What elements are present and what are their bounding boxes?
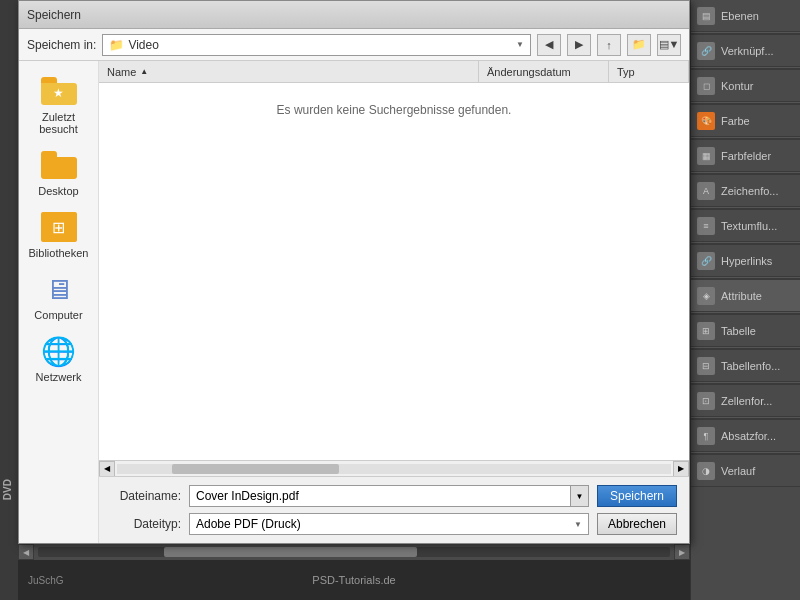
col-name-header[interactable]: Name ▲ — [99, 61, 479, 82]
sidebar-item-zuletzt[interactable]: ★ Zuletzt besucht — [24, 69, 94, 139]
save-dialog: Speichern Speichem in: 📁 Video ▼ ◀ ▶ ↑ 📁… — [18, 0, 690, 544]
link-icon: 🔗 — [697, 42, 715, 60]
hyperlinks-icon: 🔗 — [697, 252, 715, 270]
watermark-text: PSD-Tutorials.de — [312, 574, 395, 586]
panel-item-kontur[interactable]: ◻ Kontur — [691, 70, 800, 102]
save-button[interactable]: Speichern — [597, 485, 677, 507]
left-strip: DVD — [0, 0, 18, 600]
filename-input[interactable]: Cover InDesign.pdf — [189, 485, 571, 507]
panel-item-verknuepf[interactable]: 🔗 Verknüpf... — [691, 35, 800, 67]
file-header: Name ▲ Änderungsdatum Typ — [99, 61, 689, 83]
filetype-dropdown-wrapper: Adobe PDF (Druck) ▼ — [189, 513, 589, 535]
bibliotheken-icon: ⊞ — [39, 209, 79, 245]
panel-item-farbe[interactable]: 🎨 Farbe — [691, 105, 800, 137]
paragraph-icon: ¶ — [697, 427, 715, 445]
new-folder-btn[interactable]: 📁 — [627, 34, 651, 56]
hscroll-track[interactable] — [117, 464, 671, 474]
filetype-label: Dateityp: — [111, 517, 181, 531]
col-type-header[interactable]: Typ — [609, 61, 689, 82]
empty-message: Es wurden keine Suchergebnisse gefunden. — [277, 103, 512, 117]
computer-icon: 🖥 — [39, 271, 79, 307]
right-panel: ▤ Ebenen 🔗 Verknüpf... ◻ Kontur 🎨 Farbe … — [690, 0, 800, 600]
sort-arrow-name: ▲ — [140, 67, 148, 76]
textflow-icon: ≡ — [697, 217, 715, 235]
dialog-overlay: Speichern Speichem in: 📁 Video ▼ ◀ ▶ ↑ 📁… — [18, 0, 690, 560]
tableformat-icon: ⊟ — [697, 357, 715, 375]
sidebar-item-desktop[interactable]: Desktop — [24, 143, 94, 201]
forward-btn[interactable]: ▶ — [567, 34, 591, 56]
up-btn[interactable]: ↑ — [597, 34, 621, 56]
file-hscroll: ◀ ▶ — [99, 460, 689, 476]
attributes-icon: ◈ — [697, 287, 715, 305]
panel-item-tabelle[interactable]: ⊞ Tabelle — [691, 315, 800, 347]
sidebar-item-netzwerk[interactable]: 🌐 Netzwerk — [24, 329, 94, 387]
hscroll-thumb — [172, 464, 338, 474]
zuletzt-label: Zuletzt besucht — [28, 111, 90, 135]
stroke-icon: ◻ — [697, 77, 715, 95]
panel-item-farbfelder[interactable]: ▦ Farbfelder — [691, 140, 800, 172]
dialog-main: Name ▲ Änderungsdatum Typ Es wurden kein… — [99, 61, 689, 543]
col-date-header[interactable]: Änderungsdatum — [479, 61, 609, 82]
panel-item-ebenen[interactable]: ▤ Ebenen — [691, 0, 800, 32]
panel-item-verlauf[interactable]: ◑ Verlauf — [691, 455, 800, 487]
panel-item-hyperlinks[interactable]: 🔗 Hyperlinks — [691, 245, 800, 277]
filetype-row: Dateityp: Adobe PDF (Druck) ▼ Abbrechen — [111, 513, 677, 535]
gradient-icon: ◑ — [697, 462, 715, 480]
filename-label: Dateiname: — [111, 489, 181, 503]
hscroll-right-btn[interactable]: ▶ — [673, 461, 689, 477]
panel-item-absatzfor[interactable]: ¶ Absatzfor... — [691, 420, 800, 452]
swatches-icon: ▦ — [697, 147, 715, 165]
back-btn[interactable]: ◀ — [537, 34, 561, 56]
panel-item-zellenfor[interactable]: ⊡ Zellenfor... — [691, 385, 800, 417]
desktop-icon — [39, 147, 79, 183]
zuletzt-icon: ★ — [39, 73, 79, 109]
save-location-bar: Speichem in: 📁 Video ▼ ◀ ▶ ↑ 📁 ▤▼ — [19, 29, 689, 61]
color-icon: 🎨 — [697, 112, 715, 130]
desktop-label: Desktop — [38, 185, 78, 197]
location-dropdown[interactable]: 📁 Video ▼ — [102, 34, 531, 56]
filename-row: Dateiname: Cover InDesign.pdf ▼ Speicher… — [111, 485, 677, 507]
sidebar-item-computer[interactable]: 🖥 Computer — [24, 267, 94, 325]
filename-input-wrapper: Cover InDesign.pdf ▼ — [189, 485, 589, 507]
bottom-bar: JuSchG PSD-Tutorials.de — [18, 560, 690, 600]
filename-dropdown-btn[interactable]: ▼ — [571, 485, 589, 507]
cancel-button[interactable]: Abbrechen — [597, 513, 677, 535]
cellformat-icon: ⊡ — [697, 392, 715, 410]
netzwerk-label: Netzwerk — [36, 371, 82, 383]
bottom-left-text: JuSchG — [18, 575, 64, 586]
location-dropdown-arrow: ▼ — [516, 40, 524, 49]
dialog-sidebar: ★ Zuletzt besucht Desktop — [19, 61, 99, 543]
dialog-body: ★ Zuletzt besucht Desktop — [19, 61, 689, 543]
panel-item-tabellenfo[interactable]: ⊟ Tabellenfo... — [691, 350, 800, 382]
character-icon: A — [697, 182, 715, 200]
view-btn[interactable]: ▤▼ — [657, 34, 681, 56]
panel-item-textumflu[interactable]: ≡ Textumflu... — [691, 210, 800, 242]
table-icon: ⊞ — [697, 322, 715, 340]
dialog-footer: Dateiname: Cover InDesign.pdf ▼ Speicher… — [99, 476, 689, 543]
panel-item-attribute[interactable]: ◈ Attribute — [691, 280, 800, 312]
layers-icon: ▤ — [697, 7, 715, 25]
dialog-title: Speichern — [27, 8, 81, 22]
filetype-dropdown-arrow: ▼ — [574, 520, 582, 529]
dvd-label: DVD — [2, 479, 13, 500]
file-list[interactable]: Es wurden keine Suchergebnisse gefunden. — [99, 83, 689, 460]
dialog-titlebar: Speichern — [19, 1, 689, 29]
computer-label: Computer — [34, 309, 82, 321]
panel-item-zeichenfo[interactable]: A Zeichenfo... — [691, 175, 800, 207]
hscroll-left-btn[interactable]: ◀ — [99, 461, 115, 477]
filetype-dropdown[interactable]: Adobe PDF (Druck) ▼ — [189, 513, 589, 535]
save-location-label: Speichem in: — [27, 38, 96, 52]
bibliotheken-label: Bibliotheken — [29, 247, 89, 259]
sidebar-item-bibliotheken[interactable]: ⊞ Bibliotheken — [24, 205, 94, 263]
netzwerk-icon: 🌐 — [39, 333, 79, 369]
